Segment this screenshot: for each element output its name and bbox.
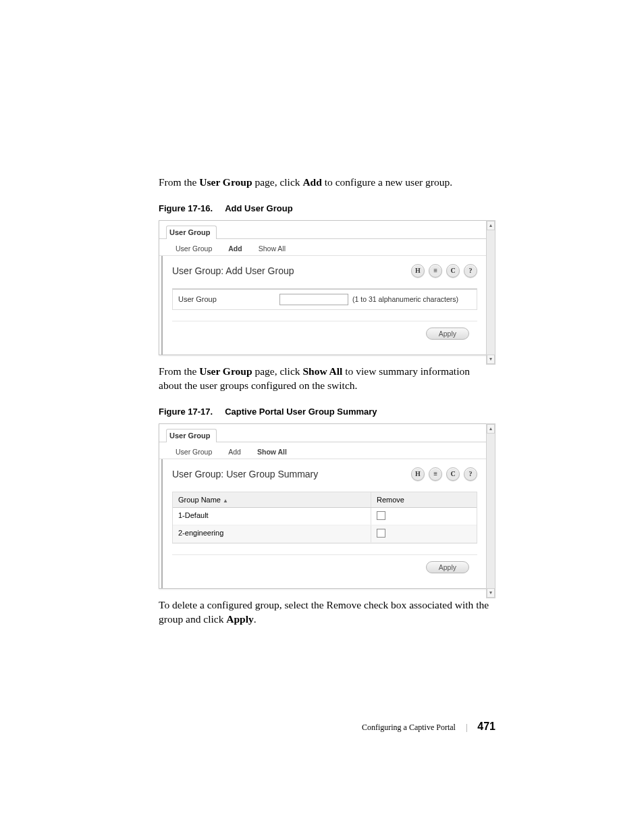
- user-group-label: User Group: [178, 295, 279, 303]
- sort-asc-icon: ▲: [223, 498, 228, 504]
- table-row: 1-Default: [173, 508, 477, 525]
- panel-title: User Group: Add User Group: [172, 265, 294, 276]
- save-icon[interactable]: H: [411, 467, 425, 481]
- page-footer: Configuring a Captive Portal | 471: [362, 721, 495, 733]
- figure-17-caption: Figure 17-17.Captive Portal User Group S…: [159, 407, 495, 417]
- section-title: Configuring a Captive Portal: [362, 723, 456, 732]
- panel-title: User Group: User Group Summary: [172, 469, 318, 479]
- cell-group-name: 2-engineering: [173, 525, 371, 542]
- scroll-down-icon[interactable]: ▾: [487, 355, 495, 364]
- main-tab-user-group[interactable]: User Group: [166, 226, 217, 239]
- remove-checkbox[interactable]: [377, 529, 385, 538]
- refresh-icon[interactable]: C: [446, 264, 460, 278]
- cell-group-name: 1-Default: [173, 508, 371, 525]
- scroll-down-icon[interactable]: ▾: [487, 588, 495, 598]
- refresh-icon[interactable]: C: [446, 467, 460, 481]
- user-group-input[interactable]: [279, 294, 348, 305]
- intro-paragraph-1: From the User Group page, click Add to c…: [159, 176, 495, 190]
- help-icon[interactable]: ?: [464, 264, 477, 278]
- apply-button[interactable]: Apply: [426, 561, 469, 573]
- help-icon[interactable]: ?: [464, 467, 477, 481]
- print-icon[interactable]: ≡: [429, 264, 442, 278]
- scroll-up-icon[interactable]: ▴: [487, 424, 495, 434]
- main-tab-user-group[interactable]: User Group: [166, 429, 217, 442]
- user-group-hint: (1 to 31 alphanumeric characters): [352, 295, 458, 303]
- column-group-name[interactable]: Group Name▲: [173, 492, 371, 507]
- subtab-show-all[interactable]: Show All: [252, 243, 292, 254]
- page-number: 471: [477, 721, 495, 732]
- apply-button[interactable]: Apply: [426, 328, 469, 340]
- table-row: 2-engineering: [173, 525, 477, 543]
- subtab-add[interactable]: Add: [221, 446, 248, 457]
- subtab-add[interactable]: Add: [221, 243, 248, 254]
- subtab-user-group[interactable]: User Group: [169, 446, 219, 457]
- print-icon[interactable]: ≡: [429, 467, 442, 481]
- save-icon[interactable]: H: [411, 264, 425, 278]
- intro-paragraph-3: To delete a configured group, select the…: [159, 598, 495, 627]
- remove-checkbox[interactable]: [377, 511, 385, 520]
- scrollbar[interactable]: ▴ ▾: [486, 220, 495, 365]
- subtab-user-group[interactable]: User Group: [169, 243, 219, 254]
- intro-paragraph-2: From the User Group page, click Show All…: [159, 365, 495, 393]
- figure-16-caption: Figure 17-16.Add User Group: [159, 203, 495, 213]
- column-remove: Remove: [371, 492, 477, 507]
- add-user-group-window: User Group User Group Add Show All User …: [159, 220, 487, 355]
- user-group-summary-window: User Group User Group Add Show All User …: [159, 423, 487, 589]
- subtab-show-all[interactable]: Show All: [250, 446, 294, 457]
- scroll-up-icon[interactable]: ▴: [487, 221, 495, 230]
- scrollbar[interactable]: ▴ ▾: [486, 423, 495, 598]
